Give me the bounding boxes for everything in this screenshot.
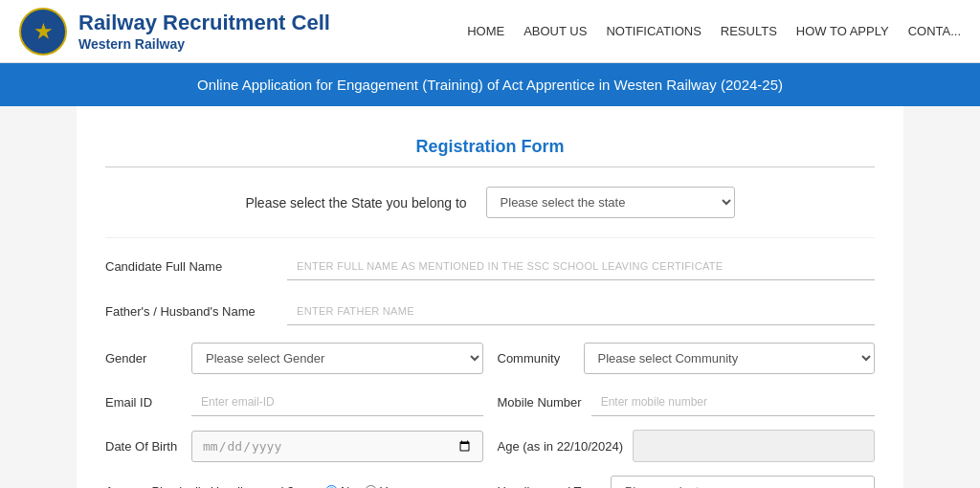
handicap-row: Are you Physically Handicapped ? No Yes … [105, 476, 875, 488]
header: ★ Railway Recruitment Cell Western Railw… [0, 0, 980, 63]
nav-results[interactable]: RESULTS [721, 24, 777, 38]
email-mobile-row: Email ID Mobile Number [105, 388, 875, 416]
candidate-name-input[interactable] [287, 253, 875, 280]
candidate-name-row: Candidate Full Name [105, 253, 875, 280]
page-banner: Online Application for Engagement (Train… [0, 63, 980, 106]
age-display [633, 430, 875, 462]
father-name-row: Father's / Husband's Name [105, 298, 875, 325]
handicap-yes-option[interactable]: Yes [365, 484, 400, 488]
age-col: Age (as in 22/10/2024) [498, 430, 876, 462]
gender-community-row: Gender Please select Gender Male Female … [105, 343, 875, 374]
handicap-no-option[interactable]: No [325, 484, 357, 488]
dob-input[interactable] [191, 431, 483, 462]
handicap-no-label: No [341, 484, 357, 488]
mobile-col: Mobile Number [498, 388, 876, 416]
gender-select[interactable]: Please select Gender Male Female Other [191, 343, 483, 374]
handicap-yes-label: Yes [380, 484, 400, 488]
main-container: Registration Form Please select the Stat… [77, 106, 903, 488]
handicap-col: Are you Physically Handicapped ? No Yes [105, 484, 483, 488]
gender-col: Gender Please select Gender Male Female … [105, 343, 483, 374]
email-input[interactable] [191, 388, 483, 416]
header-left: ★ Railway Recruitment Cell Western Railw… [19, 8, 330, 55]
state-select[interactable]: Please select the state [486, 187, 735, 218]
email-label: Email ID [105, 395, 182, 410]
nav-contact[interactable]: CONTA... [908, 24, 961, 38]
community-label: Community [498, 351, 574, 366]
banner-text: Online Application for Engagement (Train… [197, 77, 783, 93]
dob-label: Date Of Birth [105, 439, 182, 454]
state-label: Please select the State you belong to [245, 195, 466, 211]
form-title: Registration Form [105, 125, 875, 167]
handicap-radio-group: No Yes [325, 484, 400, 488]
candidate-name-label: Candidate Full Name [105, 259, 278, 274]
navigation: HOME ABOUT US NOTIFICATIONS RESULTS HOW … [467, 24, 961, 38]
handicap-label: Are you Physically Handicapped ? [105, 484, 316, 488]
gender-label: Gender [105, 351, 182, 366]
nav-home[interactable]: HOME [467, 24, 504, 38]
email-col: Email ID [105, 388, 483, 416]
mobile-label: Mobile Number [498, 395, 582, 410]
mobile-input[interactable] [591, 388, 875, 416]
community-col: Community Please select Community Genera… [498, 343, 876, 374]
nav-how-to-apply[interactable]: HOW TO APPLY [796, 24, 889, 38]
nav-about[interactable]: ABOUT US [523, 24, 587, 38]
form-section: Candidate Full Name Father's / Husband's… [105, 237, 875, 488]
logo-emblem: ★ [34, 20, 52, 43]
dob-col: Date Of Birth [105, 431, 483, 462]
nav-notifications[interactable]: NOTIFICATIONS [606, 24, 701, 38]
community-select[interactable]: Please select Community General OBC SC S… [584, 343, 876, 374]
header-subtitle: Western Railway [78, 36, 330, 52]
handicap-type-col: Handicapped Type Please select Visually … [498, 476, 876, 488]
age-label: Age (as in 22/10/2024) [498, 439, 624, 454]
father-name-label: Father's / Husband's Name [105, 304, 278, 319]
header-title: Railway Recruitment Cell [78, 11, 330, 35]
handicap-type-label: Handicapped Type [498, 484, 601, 488]
header-title-block: Railway Recruitment Cell Western Railway [78, 11, 330, 51]
handicap-type-select[interactable]: Please select Visually Handicapped Heari… [611, 476, 875, 488]
logo: ★ [19, 8, 67, 55]
dob-age-row: Date Of Birth Age (as in 22/10/2024) [105, 430, 875, 462]
state-row: Please select the State you belong to Pl… [105, 187, 875, 218]
father-name-input[interactable] [287, 298, 875, 325]
